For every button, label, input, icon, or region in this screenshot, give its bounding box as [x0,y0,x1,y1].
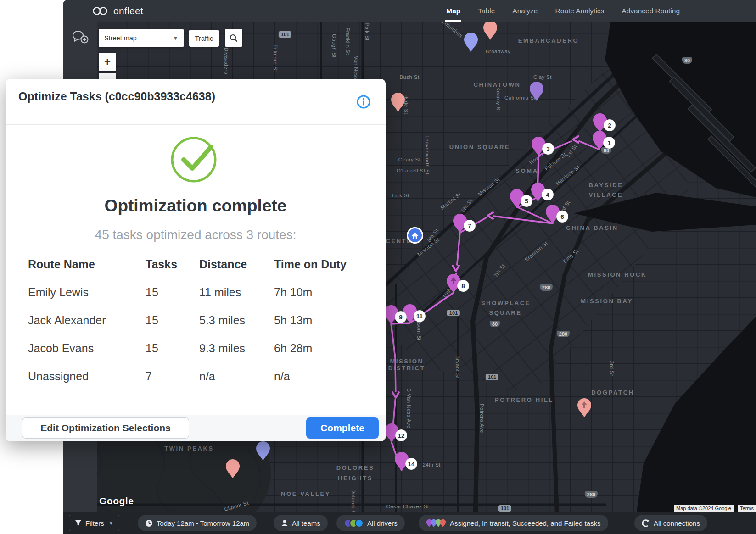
table-cell: 15 [146,286,199,299]
table-cell: 5.3 miles [199,314,274,327]
stop-number-badge: 6 [556,211,568,222]
teams-filter[interactable]: All teams [274,515,328,531]
svg-text:14: 14 [408,461,415,467]
filters-button[interactable]: Filters ▼ [69,515,119,531]
map-layer-select[interactable]: Street map ▼ [99,29,184,47]
column-header: Distance [199,258,274,271]
driver-status-dots [344,519,364,528]
traffic-label: Traffic [195,35,213,42]
drivers-label: All drivers [367,519,398,527]
date-range-filter[interactable]: Today 12am - Tomorrow 12am [138,515,257,531]
table-cell: 15 [146,314,199,327]
top-navbar: onfleet MapTableAnalyzeRoute AnalyticsAd… [63,0,756,22]
success-check-icon [168,133,223,186]
svg-text:2: 2 [608,122,611,129]
svg-text:6: 6 [560,213,564,220]
task-states-filter[interactable]: Assigned, In transit, Succeeded, and Fai… [419,515,608,531]
tab-analyze[interactable]: Analyze [511,0,538,22]
table-cell: Emily Lewis [28,286,146,299]
search-icon [229,33,238,43]
table-row: Emily Lewis1511 miles7h 10m [28,278,367,306]
svg-text:9: 9 [399,314,403,321]
info-icon[interactable] [356,95,371,111]
chat-plus-icon [72,30,89,44]
optimize-tasks-modal: Optimize Tasks (c0cc90b3933c4638) Optimi… [6,79,386,441]
task-pin[interactable] [464,33,478,52]
modal-title: Optimize Tasks (c0cc90b3933c4638) [18,90,215,103]
tab-map[interactable]: Map [445,0,461,22]
date-range-label: Today 12am - Tomorrow 12am [157,519,249,527]
stop-number-badge: 9 [395,311,407,323]
chevron-down-icon: ▼ [109,521,113,526]
svg-text:7: 7 [468,222,471,229]
connections-icon [642,519,650,527]
filters-label: Filters [85,519,104,527]
logo-text: onfleet [113,6,143,17]
stop-number-badge: 11 [414,310,426,322]
column-header: Tasks [146,258,199,271]
table-row: Jacob Evans159.3 miles6h 28m [28,334,367,362]
route-polyline [391,132,600,471]
route-direction-arrow [392,392,399,399]
svg-text:1: 1 [607,139,611,146]
tab-table[interactable]: Table [477,0,496,22]
modal-footer: Edit Optimization Selections Complete [6,415,386,441]
task-pin[interactable] [483,22,497,40]
svg-text:4: 4 [546,191,549,198]
google-logo: Google [99,495,134,506]
stop-number-badge: 12 [395,429,407,441]
table-cell: Unassigned [28,370,146,383]
sidebar-divider [63,52,97,52]
zoom-in-button[interactable]: + [99,53,116,71]
tab-route-analytics[interactable]: Route Analytics [554,0,605,22]
column-header: Route Name [28,258,146,271]
svg-text:12: 12 [398,432,404,439]
table-header-row: Route NameTasksDistanceTime on Duty [28,250,367,278]
table-cell: 7 [146,370,199,383]
table-cell: n/a [199,370,274,383]
traffic-toggle-button[interactable]: Traffic [189,30,219,47]
task-pin[interactable] [256,441,270,461]
task-states-label: Assigned, In transit, Succeeded, and Fai… [450,519,601,527]
filter-funnel-icon [75,520,82,526]
stop-number-badge: 2 [604,119,616,131]
infinity-icon [91,6,109,17]
teams-label: All teams [292,519,320,527]
stop-number-badge: 14 [405,458,417,470]
depot-home-marker[interactable] [407,227,423,244]
support-chat-button[interactable] [72,30,89,46]
task-pin[interactable] [226,459,240,478]
onfleet-logo[interactable]: onfleet [91,6,143,17]
tab-advanced-routing[interactable]: Advanced Routing [621,0,681,22]
map-search-button[interactable] [225,29,242,47]
drivers-filter[interactable]: All drivers [336,515,405,531]
route-direction-arrow [571,136,579,143]
complete-button[interactable]: Complete [306,417,379,439]
task-pin[interactable] [391,93,405,112]
table-cell: 9.3 miles [199,342,274,355]
stop-number-badge: 8 [457,280,469,292]
table-cell: n/a [274,370,367,383]
svg-text:3: 3 [546,145,550,152]
table-cell: Jacob Evans [28,342,146,355]
svg-text:8: 8 [461,283,465,289]
stop-number-badge: 1 [603,137,615,149]
nav-tabs: MapTableAnalyzeRoute AnalyticsAdvanced R… [445,0,756,22]
table-row: Unassigned7n/an/a [28,362,367,390]
stop-number-badge: 3 [542,143,554,155]
table-cell: 7h 10m [274,286,367,299]
task-pin[interactable] [577,398,591,417]
page: EMBARCADEROCHINATOWNUNION SQUARESOMABAYS… [0,0,756,534]
connections-filter[interactable]: All connections [634,515,707,531]
table-cell: 11 miles [199,286,274,299]
zoom-out-button[interactable] [99,73,116,79]
task-pin[interactable] [530,82,543,101]
route-direction-arrow [452,265,459,273]
stop-number-badge: 4 [542,189,554,200]
table-cell: 6h 28m [274,342,367,355]
terms-link[interactable]: Terms [738,505,756,512]
edit-optimization-button[interactable]: Edit Optimization Selections [22,417,189,439]
connections-label: All connections [654,519,700,527]
map-layer-value: Street map [104,34,137,42]
route-summary-table: Route NameTasksDistanceTime on DutyEmily… [28,250,367,390]
